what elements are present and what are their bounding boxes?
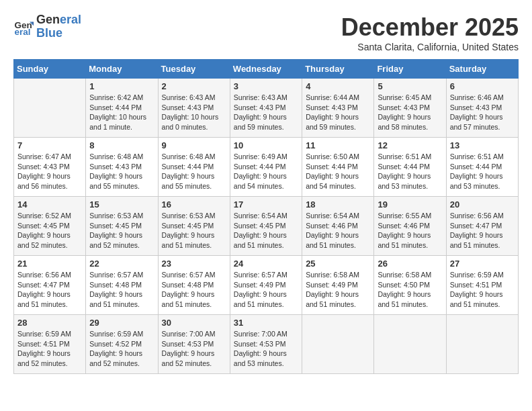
week-row-1: 1Sunrise: 6:42 AM Sunset: 4:44 PM Daylig…: [14, 79, 519, 138]
calendar-cell: 11Sunrise: 6:50 AM Sunset: 4:44 PM Dayli…: [302, 138, 374, 197]
weekday-header-tuesday: Tuesday: [158, 60, 230, 79]
day-number: 2: [162, 81, 226, 91]
day-info: Sunrise: 6:43 AM Sunset: 4:43 PM Dayligh…: [162, 93, 226, 132]
day-info: Sunrise: 6:59 AM Sunset: 4:52 PM Dayligh…: [89, 329, 154, 369]
day-number: 24: [234, 259, 298, 269]
week-row-2: 7Sunrise: 6:47 AM Sunset: 4:43 PM Daylig…: [14, 138, 519, 197]
calendar-cell: 13Sunrise: 6:51 AM Sunset: 4:44 PM Dayli…: [446, 138, 518, 197]
day-info: Sunrise: 6:46 AM Sunset: 4:43 PM Dayligh…: [450, 93, 515, 132]
calendar-cell: 8Sunrise: 6:48 AM Sunset: 4:43 PM Daylig…: [86, 138, 158, 197]
day-number: 11: [306, 140, 370, 150]
day-info: Sunrise: 6:56 AM Sunset: 4:47 PM Dayligh…: [450, 211, 515, 250]
day-number: 3: [234, 81, 298, 91]
calendar-cell: 24Sunrise: 6:57 AM Sunset: 4:49 PM Dayli…: [230, 256, 302, 315]
day-info: Sunrise: 6:59 AM Sunset: 4:51 PM Dayligh…: [17, 329, 82, 369]
day-number: 30: [162, 318, 226, 328]
day-info: Sunrise: 6:57 AM Sunset: 4:49 PM Dayligh…: [234, 270, 298, 310]
location-subtitle: Santa Clarita, California, United States: [341, 42, 519, 52]
calendar-cell: 1Sunrise: 6:42 AM Sunset: 4:44 PM Daylig…: [86, 79, 158, 138]
day-number: 27: [450, 259, 515, 269]
weekday-header-friday: Friday: [374, 60, 446, 79]
calendar-cell: 10Sunrise: 6:49 AM Sunset: 4:44 PM Dayli…: [230, 138, 302, 197]
logo-text: General Blue: [36, 13, 81, 40]
day-number: 15: [89, 199, 154, 210]
day-number: 9: [162, 140, 226, 150]
calendar-cell: 4Sunrise: 6:44 AM Sunset: 4:43 PM Daylig…: [302, 79, 374, 138]
day-number: 14: [17, 199, 82, 210]
week-row-5: 28Sunrise: 6:59 AM Sunset: 4:51 PM Dayli…: [14, 315, 519, 374]
calendar-cell: 29Sunrise: 6:59 AM Sunset: 4:52 PM Dayli…: [86, 315, 158, 374]
day-info: Sunrise: 6:45 AM Sunset: 4:43 PM Dayligh…: [378, 93, 442, 132]
day-number: 25: [306, 259, 370, 269]
weekday-header-thursday: Thursday: [302, 60, 374, 79]
day-number: 10: [234, 140, 298, 150]
day-number: 20: [450, 199, 515, 210]
day-number: 28: [17, 318, 82, 328]
day-number: 23: [162, 259, 226, 269]
weekday-header-monday: Monday: [86, 60, 158, 79]
day-info: Sunrise: 6:54 AM Sunset: 4:45 PM Dayligh…: [234, 211, 298, 250]
day-info: Sunrise: 6:52 AM Sunset: 4:45 PM Dayligh…: [17, 211, 82, 250]
calendar-cell: [14, 79, 86, 138]
day-number: 1: [89, 81, 154, 91]
calendar-cell: 5Sunrise: 6:45 AM Sunset: 4:43 PM Daylig…: [374, 79, 446, 138]
weekday-header-sunday: Sunday: [14, 60, 86, 79]
calendar-cell: 25Sunrise: 6:58 AM Sunset: 4:49 PM Dayli…: [302, 256, 374, 315]
calendar-cell: 6Sunrise: 6:46 AM Sunset: 4:43 PM Daylig…: [446, 79, 518, 138]
day-number: 12: [378, 140, 442, 150]
page-header: Gen eral General Blue December 2025 Sant…: [13, 13, 519, 52]
calendar-cell: 22Sunrise: 6:57 AM Sunset: 4:48 PM Dayli…: [86, 256, 158, 315]
calendar-cell: 9Sunrise: 6:48 AM Sunset: 4:44 PM Daylig…: [158, 138, 230, 197]
calendar-cell: 23Sunrise: 6:57 AM Sunset: 4:48 PM Dayli…: [158, 256, 230, 315]
day-number: 22: [89, 259, 154, 269]
day-number: 13: [450, 140, 515, 150]
day-info: Sunrise: 6:57 AM Sunset: 4:48 PM Dayligh…: [89, 270, 154, 310]
day-info: Sunrise: 6:51 AM Sunset: 4:44 PM Dayligh…: [378, 152, 442, 191]
day-info: Sunrise: 6:55 AM Sunset: 4:46 PM Dayligh…: [378, 211, 442, 250]
calendar-cell: 15Sunrise: 6:53 AM Sunset: 4:45 PM Dayli…: [86, 197, 158, 256]
month-title: December 2025: [341, 13, 519, 42]
calendar-cell: [446, 315, 518, 374]
day-info: Sunrise: 6:58 AM Sunset: 4:49 PM Dayligh…: [306, 270, 370, 310]
weekday-header-saturday: Saturday: [446, 60, 518, 79]
day-number: 6: [450, 81, 515, 91]
calendar-body: 1Sunrise: 6:42 AM Sunset: 4:44 PM Daylig…: [14, 79, 519, 374]
calendar-cell: 17Sunrise: 6:54 AM Sunset: 4:45 PM Dayli…: [230, 197, 302, 256]
svg-text:eral: eral: [15, 27, 31, 37]
day-info: Sunrise: 6:43 AM Sunset: 4:43 PM Dayligh…: [234, 93, 298, 132]
day-number: 18: [306, 199, 370, 210]
day-info: Sunrise: 6:58 AM Sunset: 4:50 PM Dayligh…: [378, 270, 442, 310]
day-number: 21: [17, 259, 82, 269]
day-number: 26: [378, 259, 442, 269]
day-number: 16: [162, 199, 226, 210]
day-info: Sunrise: 6:53 AM Sunset: 4:45 PM Dayligh…: [162, 211, 226, 250]
day-info: Sunrise: 6:42 AM Sunset: 4:44 PM Dayligh…: [89, 93, 154, 132]
day-number: 31: [234, 318, 298, 328]
calendar-cell: 31Sunrise: 7:00 AM Sunset: 4:53 PM Dayli…: [230, 315, 302, 374]
calendar-cell: 7Sunrise: 6:47 AM Sunset: 4:43 PM Daylig…: [14, 138, 86, 197]
day-number: 17: [234, 199, 298, 210]
calendar-cell: 21Sunrise: 6:56 AM Sunset: 4:47 PM Dayli…: [14, 256, 86, 315]
calendar-cell: 19Sunrise: 6:55 AM Sunset: 4:46 PM Dayli…: [374, 197, 446, 256]
day-info: Sunrise: 6:51 AM Sunset: 4:44 PM Dayligh…: [450, 152, 515, 191]
day-number: 8: [89, 140, 154, 150]
week-row-3: 14Sunrise: 6:52 AM Sunset: 4:45 PM Dayli…: [14, 197, 519, 256]
day-info: Sunrise: 7:00 AM Sunset: 4:53 PM Dayligh…: [162, 329, 226, 369]
calendar-cell: 20Sunrise: 6:56 AM Sunset: 4:47 PM Dayli…: [446, 197, 518, 256]
day-info: Sunrise: 6:48 AM Sunset: 4:44 PM Dayligh…: [162, 152, 226, 191]
day-number: 29: [89, 318, 154, 328]
calendar-cell: [374, 315, 446, 374]
calendar-cell: 12Sunrise: 6:51 AM Sunset: 4:44 PM Dayli…: [374, 138, 446, 197]
week-row-4: 21Sunrise: 6:56 AM Sunset: 4:47 PM Dayli…: [14, 256, 519, 315]
day-info: Sunrise: 6:44 AM Sunset: 4:43 PM Dayligh…: [306, 93, 370, 132]
weekday-header-row: SundayMondayTuesdayWednesdayThursdayFrid…: [14, 60, 519, 79]
calendar-cell: [302, 315, 374, 374]
calendar-cell: 14Sunrise: 6:52 AM Sunset: 4:45 PM Dayli…: [14, 197, 86, 256]
calendar-cell: 2Sunrise: 6:43 AM Sunset: 4:43 PM Daylig…: [158, 79, 230, 138]
day-info: Sunrise: 6:50 AM Sunset: 4:44 PM Dayligh…: [306, 152, 370, 191]
day-info: Sunrise: 6:47 AM Sunset: 4:43 PM Dayligh…: [17, 152, 82, 191]
day-info: Sunrise: 6:53 AM Sunset: 4:45 PM Dayligh…: [89, 211, 154, 250]
calendar-cell: 3Sunrise: 6:43 AM Sunset: 4:43 PM Daylig…: [230, 79, 302, 138]
day-info: Sunrise: 6:54 AM Sunset: 4:46 PM Dayligh…: [306, 211, 370, 250]
day-info: Sunrise: 6:49 AM Sunset: 4:44 PM Dayligh…: [234, 152, 298, 191]
